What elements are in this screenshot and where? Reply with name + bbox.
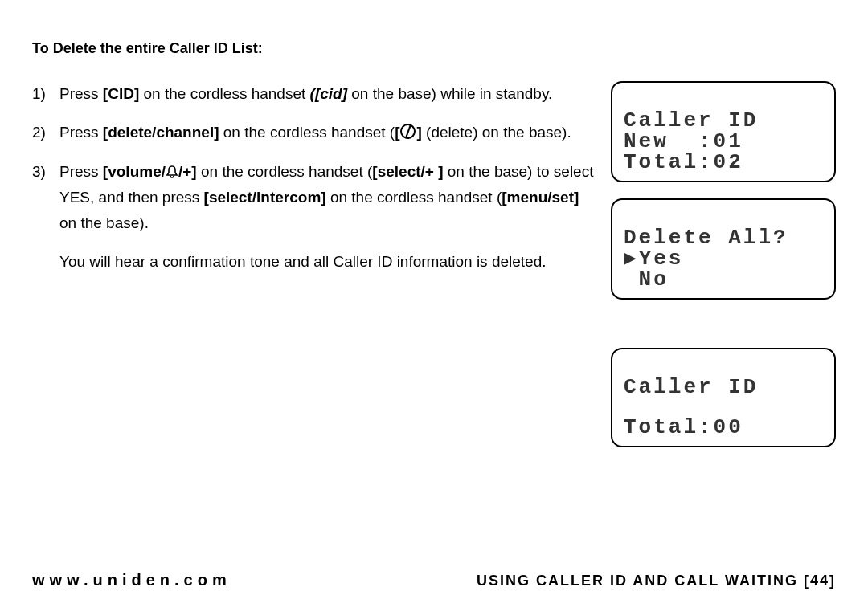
step-number: 1) (32, 81, 59, 107)
result-text: You will hear a confirmation tone and al… (59, 249, 595, 275)
text: Press (59, 163, 103, 180)
footer-url: www.uniden.com (32, 571, 231, 590)
lcd-line: Total:02 (624, 150, 743, 174)
step-3: 3) Press [volume//+] on the cordless han… (32, 159, 595, 237)
text: on the cordless handset (139, 85, 309, 102)
text: on the cordless handset ( (219, 124, 395, 141)
key-label: /+] (178, 163, 197, 180)
bell-icon (166, 163, 178, 176)
content-row: 1) Press [CID] on the cordless handset (… (32, 81, 836, 463)
key-label: [volume/ (103, 163, 166, 180)
key-label: ([cid] (310, 85, 347, 102)
step-text: Press [delete/channel] on the cordless h… (59, 120, 595, 145)
step-text: Press [volume//+] on the cordless handse… (59, 159, 595, 237)
text: (delete) on the base). (422, 124, 571, 141)
text: on the cordless handset ( (197, 163, 373, 180)
step-text: Press [CID] on the cordless handset ([ci… (59, 81, 595, 107)
key-label: [CID] (103, 85, 139, 102)
section-heading: To Delete the entire Caller ID List: (32, 40, 836, 57)
manual-page: To Delete the entire Caller ID List: 1) … (0, 0, 868, 612)
key-label: [delete/channel] (103, 124, 219, 141)
lcd-blank-line (624, 398, 823, 417)
text: on the base). (59, 214, 149, 231)
key-label: [menu/set] (502, 189, 579, 206)
lcd-line: Caller ID (624, 375, 758, 399)
lcd-line: No (624, 267, 669, 292)
screens-column: Caller ID New :01 Total:02 Delete All? ▶… (595, 81, 836, 463)
lcd-line: Total:00 (624, 415, 743, 439)
lcd-screen-1: Caller ID New :01 Total:02 (611, 81, 836, 182)
lcd-screen-2: Delete All? ▶Yes No (611, 198, 836, 300)
step-number: 3) (32, 159, 59, 237)
lcd-screen-3: Caller ID Total:00 (611, 348, 836, 447)
text: on the cordless handset ( (326, 189, 502, 206)
delete-icon (400, 124, 416, 139)
text: Press (59, 124, 103, 141)
page-footer: www.uniden.com USING CALLER ID AND CALL … (0, 571, 868, 590)
key-label: [select/intercom] (204, 189, 326, 206)
step-number: 2) (32, 120, 59, 145)
step-1: 1) Press [CID] on the cordless handset (… (32, 81, 595, 107)
text: Press (59, 85, 103, 102)
footer-section-title: USING CALLER ID AND CALL WAITING [44] (477, 573, 836, 590)
steps-column: 1) Press [CID] on the cordless handset (… (32, 81, 595, 275)
step-2: 2) Press [delete/channel] on the cordles… (32, 120, 595, 145)
text: on the base) while in standby. (347, 85, 552, 102)
key-label: [select/+ ] (372, 163, 443, 180)
